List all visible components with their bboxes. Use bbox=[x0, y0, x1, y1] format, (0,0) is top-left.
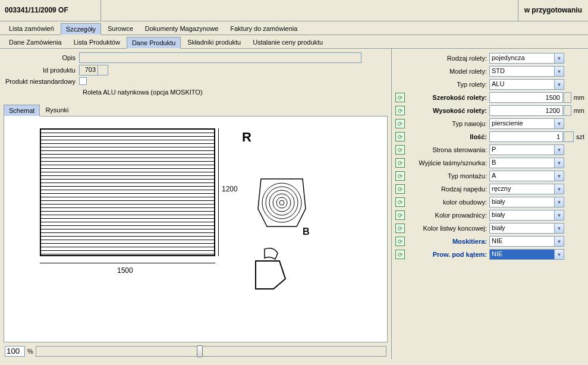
refresh-icon[interactable]: ⟳ bbox=[395, 197, 405, 207]
property-combo[interactable]: P▼ bbox=[489, 144, 564, 155]
unit-label: mm bbox=[574, 107, 584, 114]
chevron-down-icon[interactable]: ▼ bbox=[554, 118, 564, 129]
combo-value[interactable]: ALU bbox=[489, 79, 554, 90]
chevron-down-icon[interactable]: ▼ bbox=[554, 53, 564, 64]
chevron-down-icon[interactable]: ▼ bbox=[554, 210, 564, 221]
property-row: ⟳kolor obudowy:biały▼ bbox=[395, 196, 584, 208]
main-tab[interactable]: Faktury do zamówienia bbox=[225, 23, 303, 34]
sub-tab[interactable]: Ustalanie ceny produktu bbox=[247, 36, 328, 48]
combo-value[interactable]: B bbox=[489, 158, 554, 168]
refresh-icon[interactable]: ⟳ bbox=[395, 132, 405, 141]
combo-value[interactable]: NIE bbox=[489, 249, 554, 260]
property-combo[interactable]: biały▼ bbox=[489, 197, 564, 207]
unit-label: mm bbox=[574, 94, 584, 101]
ext-button[interactable] bbox=[564, 92, 571, 103]
combo-value[interactable]: ręczny bbox=[489, 184, 554, 194]
combo-value[interactable]: P bbox=[489, 144, 554, 155]
property-combo[interactable]: NIE▼ bbox=[489, 236, 564, 247]
property-combo[interactable]: pojedyncza▼ bbox=[489, 53, 564, 64]
main-tab[interactable]: Lista zamówień bbox=[4, 23, 59, 34]
combo-value[interactable]: pojedyncza bbox=[489, 53, 554, 64]
refresh-icon[interactable]: ⟳ bbox=[395, 106, 405, 115]
combo-value[interactable]: A bbox=[489, 171, 554, 181]
main-tab[interactable]: Szczegóły bbox=[61, 23, 101, 35]
property-input[interactable] bbox=[489, 92, 563, 103]
combo-value[interactable]: biały bbox=[489, 197, 554, 207]
property-row: ⟳Typ montażu:A▼ bbox=[395, 170, 584, 182]
refresh-icon[interactable]: ⟳ bbox=[395, 171, 405, 181]
dim-line-right bbox=[218, 128, 219, 256]
property-combo[interactable]: STD▼ bbox=[489, 66, 564, 77]
refresh-icon[interactable]: ⟳ bbox=[395, 119, 405, 128]
combo-value[interactable]: biały bbox=[489, 210, 554, 221]
chevron-down-icon[interactable]: ▼ bbox=[554, 249, 564, 260]
ext-button[interactable] bbox=[564, 105, 571, 116]
property-row: ⟳Moskitiera:NIE▼ bbox=[395, 235, 584, 247]
chevron-down-icon[interactable]: ▼ bbox=[554, 184, 564, 194]
sub-tab[interactable]: Dane Produktu bbox=[127, 37, 181, 49]
zoom-slider[interactable] bbox=[36, 346, 386, 357]
property-row: ⟳Kolor listwy koncowej:biały▼ bbox=[395, 222, 584, 234]
main-tab[interactable]: Surowce bbox=[102, 23, 139, 34]
combo-value[interactable]: pierscienie bbox=[489, 118, 554, 129]
zoom-row: % bbox=[4, 342, 388, 358]
property-label: Kolor listwy koncowej: bbox=[407, 225, 489, 232]
refresh-icon[interactable]: ⟳ bbox=[395, 93, 405, 102]
property-input[interactable] bbox=[489, 105, 563, 116]
property-combo[interactable]: ALU▼ bbox=[489, 79, 564, 90]
product-form: Opis Id produktu 703 Produkt niestandard… bbox=[4, 52, 388, 102]
property-row: ⟳Typ nawoju:pierscienie▼ bbox=[395, 118, 584, 130]
opis-input[interactable] bbox=[79, 52, 361, 63]
chevron-down-icon[interactable]: ▼ bbox=[554, 66, 564, 77]
refresh-icon[interactable]: ⟳ bbox=[395, 224, 405, 233]
property-combo[interactable]: B▼ bbox=[489, 158, 564, 168]
idproduktu-input[interactable]: 703 bbox=[79, 65, 98, 75]
schema-tab[interactable]: Rysunki bbox=[40, 104, 74, 116]
svg-point-1 bbox=[266, 187, 298, 219]
idproduktu-extra[interactable] bbox=[98, 65, 108, 75]
property-label: Typ rolety: bbox=[407, 81, 489, 88]
chevron-down-icon[interactable]: ▼ bbox=[554, 144, 564, 155]
refresh-icon[interactable]: ⟳ bbox=[395, 210, 405, 220]
sub-tab[interactable]: Składniki produktu bbox=[182, 36, 246, 48]
schema-tab[interactable]: Schemat bbox=[4, 105, 40, 117]
refresh-icon[interactable]: ⟳ bbox=[395, 184, 405, 194]
chevron-down-icon[interactable]: ▼ bbox=[554, 171, 564, 181]
refresh-icon[interactable]: ⟳ bbox=[395, 145, 405, 155]
order-number: 003341/11/2009 OF bbox=[0, 0, 101, 21]
combo-value[interactable]: NIE bbox=[489, 236, 554, 247]
property-row: Model rolety:STD▼ bbox=[395, 65, 584, 77]
refresh-icon[interactable]: ⟳ bbox=[395, 250, 405, 259]
nonstd-checkbox[interactable] bbox=[79, 77, 87, 85]
property-label: Wysokość rolety: bbox=[407, 107, 489, 114]
property-combo[interactable]: NIE▼ bbox=[489, 249, 564, 260]
property-combo[interactable]: biały▼ bbox=[489, 210, 564, 221]
opis-label: Opis bbox=[4, 54, 79, 61]
property-label: Ilość: bbox=[407, 133, 489, 140]
dim-height-label: 1200 bbox=[222, 185, 238, 193]
chevron-down-icon[interactable]: ▼ bbox=[554, 197, 564, 207]
property-combo[interactable]: biały▼ bbox=[489, 223, 564, 234]
refresh-icon[interactable]: ⟳ bbox=[395, 158, 405, 168]
combo-value[interactable]: biały bbox=[489, 223, 554, 234]
property-combo[interactable]: A▼ bbox=[489, 171, 564, 181]
property-combo[interactable]: pierscienie▼ bbox=[489, 118, 564, 129]
chevron-down-icon[interactable]: ▼ bbox=[554, 223, 564, 234]
unit-label: szt bbox=[576, 133, 584, 140]
zoom-input[interactable] bbox=[5, 346, 25, 357]
property-label: kolor obudowy: bbox=[407, 199, 489, 206]
property-input[interactable] bbox=[489, 131, 563, 142]
main-tab[interactable]: Dokumenty Magazynowe bbox=[140, 23, 224, 34]
property-label: Moskitiera: bbox=[407, 238, 489, 245]
combo-value[interactable]: STD bbox=[489, 66, 554, 77]
chevron-down-icon[interactable]: ▼ bbox=[554, 79, 564, 90]
chevron-down-icon[interactable]: ▼ bbox=[554, 158, 564, 168]
refresh-icon[interactable]: ⟳ bbox=[395, 237, 405, 246]
ext-button[interactable] bbox=[564, 131, 574, 142]
chevron-down-icon[interactable]: ▼ bbox=[554, 236, 564, 247]
sub-tab[interactable]: Lista Produktów bbox=[68, 36, 125, 48]
zoom-slider-thumb[interactable] bbox=[197, 345, 203, 357]
property-combo[interactable]: ręczny▼ bbox=[489, 184, 564, 194]
svg-point-0 bbox=[262, 183, 301, 222]
sub-tab[interactable]: Dane Zamówienia bbox=[4, 36, 67, 48]
